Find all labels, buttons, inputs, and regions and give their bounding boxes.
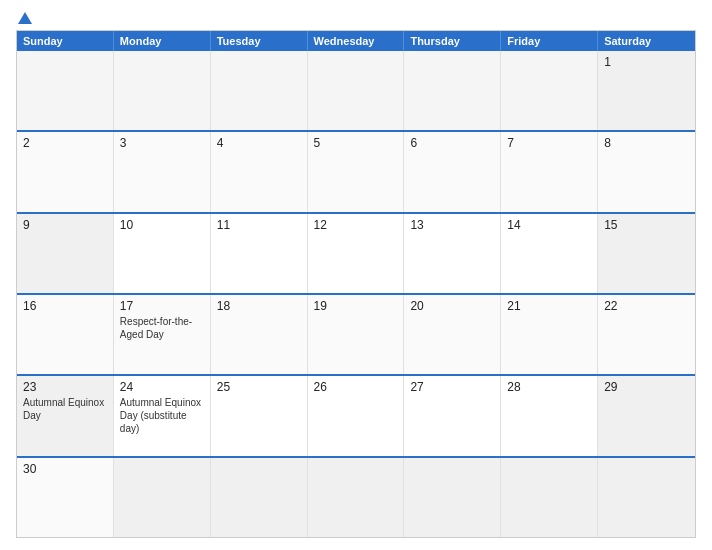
day-cell: 12 (308, 214, 405, 293)
day-cell: 30 (17, 458, 114, 537)
dow-wednesday: Wednesday (308, 31, 405, 51)
day-number: 12 (314, 218, 398, 232)
day-number: 17 (120, 299, 204, 313)
day-cell: 4 (211, 132, 308, 211)
day-number: 29 (604, 380, 689, 394)
day-number: 30 (23, 462, 107, 476)
day-cell: 5 (308, 132, 405, 211)
day-cell (211, 458, 308, 537)
dow-friday: Friday (501, 31, 598, 51)
day-cell: 13 (404, 214, 501, 293)
week-row-0: 1 (17, 51, 695, 130)
week-row-3: 1617Respect-for-the-Aged Day1819202122 (17, 293, 695, 374)
day-number: 1 (604, 55, 689, 69)
calendar: Sunday Monday Tuesday Wednesday Thursday… (16, 30, 696, 538)
day-cell (501, 458, 598, 537)
day-cell (404, 51, 501, 130)
day-cell (598, 458, 695, 537)
week-row-2: 9101112131415 (17, 212, 695, 293)
logo (16, 12, 32, 24)
day-cell: 23Autumnal Equinox Day (17, 376, 114, 455)
day-cell: 28 (501, 376, 598, 455)
day-number: 27 (410, 380, 494, 394)
day-number: 14 (507, 218, 591, 232)
day-cell: 20 (404, 295, 501, 374)
weeks-container: 1234567891011121314151617Respect-for-the… (17, 51, 695, 537)
day-number: 10 (120, 218, 204, 232)
day-number: 20 (410, 299, 494, 313)
day-cell: 6 (404, 132, 501, 211)
day-number: 19 (314, 299, 398, 313)
day-number: 8 (604, 136, 689, 150)
day-number: 24 (120, 380, 204, 394)
day-cell: 16 (17, 295, 114, 374)
day-number: 11 (217, 218, 301, 232)
day-cell (114, 51, 211, 130)
day-cell: 29 (598, 376, 695, 455)
day-cell: 8 (598, 132, 695, 211)
week-row-5: 30 (17, 456, 695, 537)
header (16, 12, 696, 24)
dow-sunday: Sunday (17, 31, 114, 51)
day-cell: 22 (598, 295, 695, 374)
day-number: 26 (314, 380, 398, 394)
dow-thursday: Thursday (404, 31, 501, 51)
day-cell: 21 (501, 295, 598, 374)
day-cell: 26 (308, 376, 405, 455)
day-number: 18 (217, 299, 301, 313)
day-number: 4 (217, 136, 301, 150)
day-number: 16 (23, 299, 107, 313)
day-number: 3 (120, 136, 204, 150)
week-row-1: 2345678 (17, 130, 695, 211)
day-cell: 7 (501, 132, 598, 211)
day-cell: 15 (598, 214, 695, 293)
day-cell: 3 (114, 132, 211, 211)
day-cell: 1 (598, 51, 695, 130)
day-number: 15 (604, 218, 689, 232)
days-of-week-header: Sunday Monday Tuesday Wednesday Thursday… (17, 31, 695, 51)
day-number: 7 (507, 136, 591, 150)
day-number: 2 (23, 136, 107, 150)
day-cell (308, 51, 405, 130)
page: Sunday Monday Tuesday Wednesday Thursday… (0, 0, 712, 550)
dow-monday: Monday (114, 31, 211, 51)
day-number: 23 (23, 380, 107, 394)
day-cell (17, 51, 114, 130)
day-number: 21 (507, 299, 591, 313)
day-cell: 19 (308, 295, 405, 374)
day-number: 6 (410, 136, 494, 150)
day-cell: 24Autumnal Equinox Day (substitute day) (114, 376, 211, 455)
day-cell: 2 (17, 132, 114, 211)
day-number: 9 (23, 218, 107, 232)
day-cell: 17Respect-for-the-Aged Day (114, 295, 211, 374)
day-cell: 25 (211, 376, 308, 455)
day-number: 5 (314, 136, 398, 150)
day-cell (404, 458, 501, 537)
week-row-4: 23Autumnal Equinox Day24Autumnal Equinox… (17, 374, 695, 455)
event-label: Autumnal Equinox Day (23, 396, 107, 422)
event-label: Respect-for-the-Aged Day (120, 315, 204, 341)
day-cell (501, 51, 598, 130)
day-cell: 27 (404, 376, 501, 455)
day-number: 22 (604, 299, 689, 313)
day-number: 28 (507, 380, 591, 394)
day-cell: 14 (501, 214, 598, 293)
logo-triangle-icon (18, 12, 32, 24)
day-number: 13 (410, 218, 494, 232)
day-cell (308, 458, 405, 537)
dow-tuesday: Tuesday (211, 31, 308, 51)
day-cell (211, 51, 308, 130)
day-cell: 9 (17, 214, 114, 293)
event-label: Autumnal Equinox Day (substitute day) (120, 396, 204, 435)
day-cell: 11 (211, 214, 308, 293)
dow-saturday: Saturday (598, 31, 695, 51)
day-cell (114, 458, 211, 537)
day-number: 25 (217, 380, 301, 394)
day-cell: 10 (114, 214, 211, 293)
day-cell: 18 (211, 295, 308, 374)
